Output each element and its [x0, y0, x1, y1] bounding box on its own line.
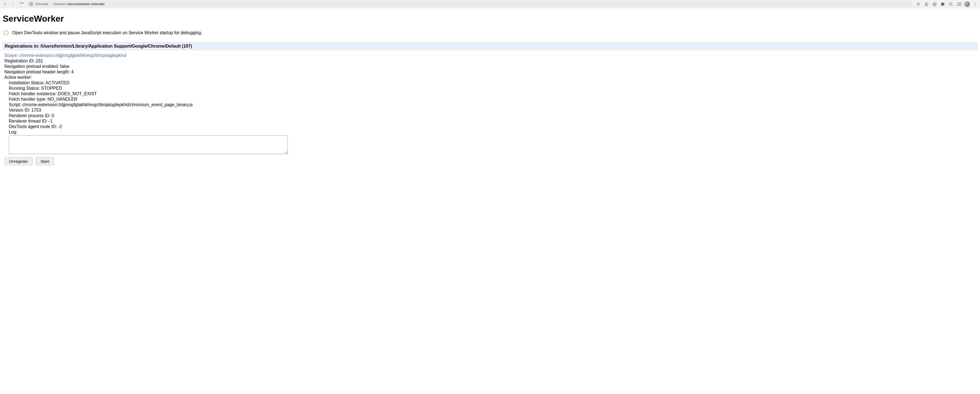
nav-preload-header-length: Navigation preload header length: 4: [5, 69, 975, 75]
magnifier-icon: [916, 2, 920, 6]
page-title: ServiceWorker: [3, 14, 977, 24]
share-icon: [924, 2, 929, 6]
debug-checkbox[interactable]: [4, 30, 8, 35]
log-textarea[interactable]: [9, 136, 288, 154]
reading-list-button[interactable]: [948, 1, 954, 7]
svg-marker-4: [933, 2, 936, 6]
extensions-button[interactable]: [940, 1, 946, 7]
zoom-button[interactable]: [915, 1, 921, 7]
svg-point-1: [30, 3, 32, 5]
script-path: Script: chrome-extension://djjmngfglakhk…: [9, 102, 975, 107]
url-protocol: chrome://: [53, 2, 68, 6]
arrow-right-icon: [11, 2, 15, 6]
address-site-label: Chrome: [35, 2, 51, 6]
start-button[interactable]: Start: [36, 157, 54, 165]
arrow-left-icon: [3, 2, 7, 6]
nav-preload-enabled: Navigation preload enabled: false: [5, 64, 975, 69]
fetch-handler-type: Fetch handler type: NO_HANDLER: [9, 97, 975, 102]
active-worker-label: Active worker:: [5, 75, 975, 80]
page-content: ServiceWorker Open DevTools window and p…: [0, 8, 980, 168]
address-bar[interactable]: Chrome chrome://serviceworker-internals: [26, 1, 913, 7]
bookmark-button[interactable]: [931, 1, 938, 7]
reload-icon: [19, 2, 24, 6]
registrations-header: Registrations in: /Users/forinton/Librar…: [3, 42, 977, 50]
star-icon: [932, 2, 937, 6]
url-path: serviceworker-internals: [68, 2, 105, 6]
svg-point-2: [917, 3, 919, 5]
devtools-agent-route-id: DevTools agent route ID: -2: [9, 124, 975, 129]
panel-icon: [957, 2, 961, 6]
reload-button[interactable]: [18, 1, 25, 7]
forward-button[interactable]: [10, 1, 16, 7]
unregister-button[interactable]: Unregister: [5, 157, 33, 165]
side-panel-button[interactable]: [956, 1, 963, 7]
fetch-handler-existence: Fetch handler existence: DOES_NOT_EXIST: [9, 91, 975, 97]
browser-toolbar: Chrome chrome://serviceworker-internals: [0, 0, 980, 8]
puzzle-icon: [940, 2, 945, 6]
svg-rect-5: [958, 3, 961, 5]
playlist-icon: [949, 2, 953, 6]
svg-point-8: [975, 3, 975, 4]
running-status: Running Status: STOPPED: [9, 86, 975, 91]
svg-point-9: [975, 5, 975, 5]
debug-checkbox-label: Open DevTools window and pause JavaScrip…: [12, 30, 202, 35]
back-button[interactable]: [2, 1, 8, 7]
kebab-icon: [973, 2, 977, 6]
profile-avatar[interactable]: [964, 1, 970, 7]
registration-id: Registration ID: 231: [5, 58, 975, 64]
scope-link[interactable]: Scope: chrome-extension://djjmngfglakhkh…: [5, 53, 127, 58]
address-url: chrome://serviceworker-internals: [53, 2, 105, 6]
log-label: Log:: [9, 129, 975, 135]
registration-details: Scope: chrome-extension://djjmngfglakhkh…: [3, 50, 977, 165]
share-button[interactable]: [923, 1, 930, 7]
installation-status: Installation Status: ACTIVATED: [9, 80, 975, 86]
chrome-info-icon: [29, 2, 33, 6]
debug-checkbox-row[interactable]: Open DevTools window and pause JavaScrip…: [3, 30, 977, 36]
scope-row: Scope: chrome-extension://djjmngfglakhkh…: [5, 53, 975, 58]
chrome-menu-button[interactable]: [972, 1, 978, 7]
action-buttons: Unregister Start: [5, 157, 975, 165]
renderer-thread-id: Renderer thread ID: -1: [9, 118, 975, 124]
svg-point-7: [975, 2, 975, 3]
version-id: Version ID: 1753: [9, 107, 975, 113]
renderer-process-id: Renderer process ID: 0: [9, 113, 975, 118]
